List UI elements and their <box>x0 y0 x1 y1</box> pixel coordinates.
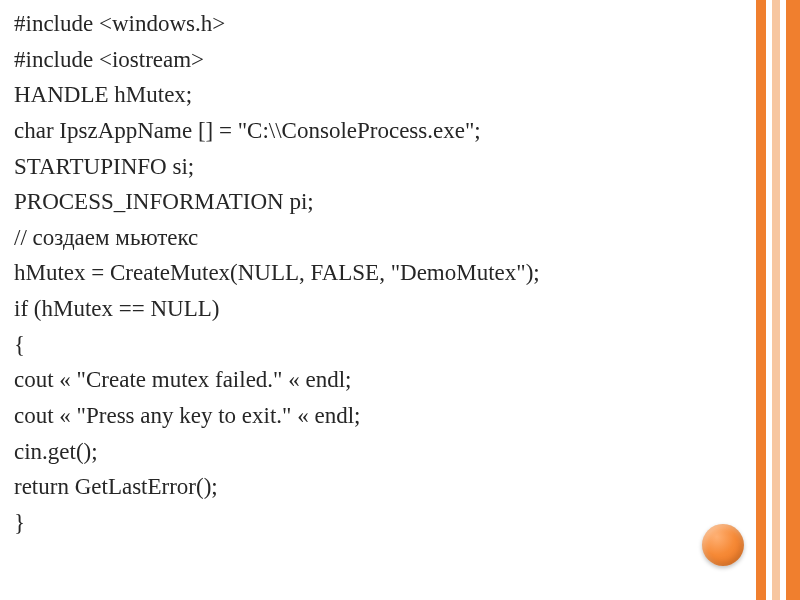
decor-stripe <box>772 0 780 600</box>
code-line: cin.get(); <box>14 434 740 470</box>
code-line: PROCESS_INFORMATION pi; <box>14 184 740 220</box>
code-line: char IpszAppName [] = "C:\\ConsoleProces… <box>14 113 740 149</box>
code-line: #include <iostream> <box>14 42 740 78</box>
code-line: STARTUPINFO si; <box>14 149 740 185</box>
code-line: #include <windows.h> <box>14 6 740 42</box>
code-line: HANDLE hMutex; <box>14 77 740 113</box>
decor-stripe <box>756 0 766 600</box>
decor-stripe <box>766 0 772 600</box>
code-line: hMutex = CreateMutex(NULL, FALSE, "DemoM… <box>14 255 740 291</box>
decor-stripe <box>786 0 800 600</box>
code-line: cout « "Press any key to exit." « endl; <box>14 398 740 434</box>
next-slide-button[interactable] <box>702 524 744 566</box>
code-line: // создаем мьютекс <box>14 220 740 256</box>
code-line: if (hMutex == NULL) <box>14 291 740 327</box>
code-line: cout « "Create mutex failed." « endl; <box>14 362 740 398</box>
code-line: return GetLastError(); <box>14 469 740 505</box>
slide: #include <windows.h> #include <iostream>… <box>0 0 800 600</box>
decor-stripe <box>780 0 786 600</box>
code-line: } <box>14 505 740 541</box>
code-line: { <box>14 327 740 363</box>
code-block: #include <windows.h> #include <iostream>… <box>14 6 740 594</box>
